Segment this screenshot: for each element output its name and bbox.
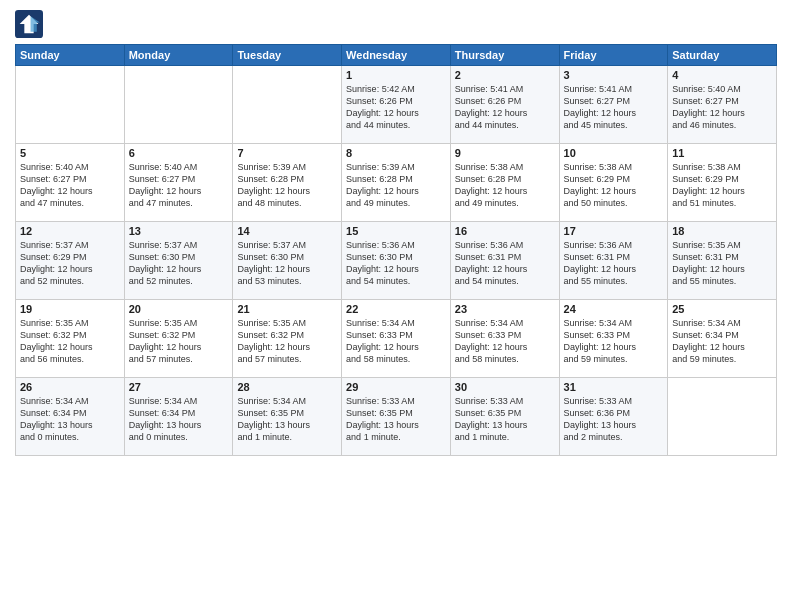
calendar-day-cell: 22Sunrise: 5:34 AM Sunset: 6:33 PM Dayli… [342, 300, 451, 378]
calendar-day-cell: 24Sunrise: 5:34 AM Sunset: 6:33 PM Dayli… [559, 300, 668, 378]
weekday-header-cell: Monday [124, 45, 233, 66]
day-info: Sunrise: 5:42 AM Sunset: 6:26 PM Dayligh… [346, 83, 446, 132]
calendar-day-cell [16, 66, 125, 144]
day-number: 26 [20, 381, 120, 393]
day-info: Sunrise: 5:34 AM Sunset: 6:35 PM Dayligh… [237, 395, 337, 444]
day-info: Sunrise: 5:35 AM Sunset: 6:32 PM Dayligh… [129, 317, 229, 366]
calendar-day-cell [233, 66, 342, 144]
day-number: 20 [129, 303, 229, 315]
calendar-day-cell: 6Sunrise: 5:40 AM Sunset: 6:27 PM Daylig… [124, 144, 233, 222]
calendar-day-cell: 21Sunrise: 5:35 AM Sunset: 6:32 PM Dayli… [233, 300, 342, 378]
day-info: Sunrise: 5:36 AM Sunset: 6:31 PM Dayligh… [455, 239, 555, 288]
calendar-week-row: 19Sunrise: 5:35 AM Sunset: 6:32 PM Dayli… [16, 300, 777, 378]
day-number: 12 [20, 225, 120, 237]
calendar-day-cell: 20Sunrise: 5:35 AM Sunset: 6:32 PM Dayli… [124, 300, 233, 378]
day-number: 14 [237, 225, 337, 237]
day-info: Sunrise: 5:40 AM Sunset: 6:27 PM Dayligh… [20, 161, 120, 210]
day-number: 31 [564, 381, 664, 393]
day-info: Sunrise: 5:34 AM Sunset: 6:33 PM Dayligh… [455, 317, 555, 366]
calendar-page: SundayMondayTuesdayWednesdayThursdayFrid… [0, 0, 792, 612]
day-number: 11 [672, 147, 772, 159]
day-info: Sunrise: 5:34 AM Sunset: 6:34 PM Dayligh… [20, 395, 120, 444]
day-info: Sunrise: 5:37 AM Sunset: 6:29 PM Dayligh… [20, 239, 120, 288]
day-info: Sunrise: 5:39 AM Sunset: 6:28 PM Dayligh… [346, 161, 446, 210]
day-info: Sunrise: 5:38 AM Sunset: 6:29 PM Dayligh… [672, 161, 772, 210]
calendar-day-cell: 23Sunrise: 5:34 AM Sunset: 6:33 PM Dayli… [450, 300, 559, 378]
calendar-day-cell: 15Sunrise: 5:36 AM Sunset: 6:30 PM Dayli… [342, 222, 451, 300]
calendar-week-row: 26Sunrise: 5:34 AM Sunset: 6:34 PM Dayli… [16, 378, 777, 456]
calendar-day-cell: 19Sunrise: 5:35 AM Sunset: 6:32 PM Dayli… [16, 300, 125, 378]
day-info: Sunrise: 5:35 AM Sunset: 6:32 PM Dayligh… [237, 317, 337, 366]
day-info: Sunrise: 5:33 AM Sunset: 6:35 PM Dayligh… [346, 395, 446, 444]
calendar-day-cell: 28Sunrise: 5:34 AM Sunset: 6:35 PM Dayli… [233, 378, 342, 456]
day-number: 10 [564, 147, 664, 159]
day-info: Sunrise: 5:38 AM Sunset: 6:28 PM Dayligh… [455, 161, 555, 210]
day-info: Sunrise: 5:33 AM Sunset: 6:36 PM Dayligh… [564, 395, 664, 444]
day-info: Sunrise: 5:40 AM Sunset: 6:27 PM Dayligh… [672, 83, 772, 132]
calendar-week-row: 12Sunrise: 5:37 AM Sunset: 6:29 PM Dayli… [16, 222, 777, 300]
calendar-day-cell: 26Sunrise: 5:34 AM Sunset: 6:34 PM Dayli… [16, 378, 125, 456]
day-number: 1 [346, 69, 446, 81]
weekday-header-cell: Wednesday [342, 45, 451, 66]
calendar-day-cell: 30Sunrise: 5:33 AM Sunset: 6:35 PM Dayli… [450, 378, 559, 456]
day-info: Sunrise: 5:36 AM Sunset: 6:31 PM Dayligh… [564, 239, 664, 288]
logo-icon [15, 10, 43, 38]
weekday-header-row: SundayMondayTuesdayWednesdayThursdayFrid… [16, 45, 777, 66]
weekday-header-cell: Sunday [16, 45, 125, 66]
calendar-day-cell: 13Sunrise: 5:37 AM Sunset: 6:30 PM Dayli… [124, 222, 233, 300]
day-info: Sunrise: 5:38 AM Sunset: 6:29 PM Dayligh… [564, 161, 664, 210]
calendar-day-cell [124, 66, 233, 144]
day-number: 18 [672, 225, 772, 237]
day-info: Sunrise: 5:33 AM Sunset: 6:35 PM Dayligh… [455, 395, 555, 444]
day-number: 19 [20, 303, 120, 315]
day-number: 28 [237, 381, 337, 393]
day-number: 17 [564, 225, 664, 237]
weekday-header-cell: Tuesday [233, 45, 342, 66]
calendar-day-cell: 2Sunrise: 5:41 AM Sunset: 6:26 PM Daylig… [450, 66, 559, 144]
day-info: Sunrise: 5:41 AM Sunset: 6:26 PM Dayligh… [455, 83, 555, 132]
day-number: 24 [564, 303, 664, 315]
day-number: 8 [346, 147, 446, 159]
day-number: 4 [672, 69, 772, 81]
calendar-day-cell: 3Sunrise: 5:41 AM Sunset: 6:27 PM Daylig… [559, 66, 668, 144]
calendar-day-cell: 27Sunrise: 5:34 AM Sunset: 6:34 PM Dayli… [124, 378, 233, 456]
day-info: Sunrise: 5:39 AM Sunset: 6:28 PM Dayligh… [237, 161, 337, 210]
calendar-day-cell: 4Sunrise: 5:40 AM Sunset: 6:27 PM Daylig… [668, 66, 777, 144]
calendar-day-cell: 14Sunrise: 5:37 AM Sunset: 6:30 PM Dayli… [233, 222, 342, 300]
calendar-day-cell: 9Sunrise: 5:38 AM Sunset: 6:28 PM Daylig… [450, 144, 559, 222]
calendar-day-cell: 29Sunrise: 5:33 AM Sunset: 6:35 PM Dayli… [342, 378, 451, 456]
day-number: 25 [672, 303, 772, 315]
day-info: Sunrise: 5:34 AM Sunset: 6:34 PM Dayligh… [672, 317, 772, 366]
header [15, 10, 777, 38]
calendar-day-cell: 11Sunrise: 5:38 AM Sunset: 6:29 PM Dayli… [668, 144, 777, 222]
calendar-day-cell: 1Sunrise: 5:42 AM Sunset: 6:26 PM Daylig… [342, 66, 451, 144]
day-number: 15 [346, 225, 446, 237]
weekday-header-cell: Thursday [450, 45, 559, 66]
day-number: 27 [129, 381, 229, 393]
day-number: 30 [455, 381, 555, 393]
calendar-day-cell: 12Sunrise: 5:37 AM Sunset: 6:29 PM Dayli… [16, 222, 125, 300]
day-number: 29 [346, 381, 446, 393]
weekday-header-cell: Saturday [668, 45, 777, 66]
calendar-day-cell: 25Sunrise: 5:34 AM Sunset: 6:34 PM Dayli… [668, 300, 777, 378]
day-info: Sunrise: 5:35 AM Sunset: 6:31 PM Dayligh… [672, 239, 772, 288]
day-info: Sunrise: 5:41 AM Sunset: 6:27 PM Dayligh… [564, 83, 664, 132]
day-number: 6 [129, 147, 229, 159]
calendar-day-cell: 17Sunrise: 5:36 AM Sunset: 6:31 PM Dayli… [559, 222, 668, 300]
day-info: Sunrise: 5:37 AM Sunset: 6:30 PM Dayligh… [129, 239, 229, 288]
day-number: 21 [237, 303, 337, 315]
day-info: Sunrise: 5:36 AM Sunset: 6:30 PM Dayligh… [346, 239, 446, 288]
calendar-table: SundayMondayTuesdayWednesdayThursdayFrid… [15, 44, 777, 456]
day-info: Sunrise: 5:35 AM Sunset: 6:32 PM Dayligh… [20, 317, 120, 366]
calendar-day-cell: 5Sunrise: 5:40 AM Sunset: 6:27 PM Daylig… [16, 144, 125, 222]
calendar-body: 1Sunrise: 5:42 AM Sunset: 6:26 PM Daylig… [16, 66, 777, 456]
day-info: Sunrise: 5:34 AM Sunset: 6:33 PM Dayligh… [346, 317, 446, 366]
day-number: 2 [455, 69, 555, 81]
day-info: Sunrise: 5:34 AM Sunset: 6:34 PM Dayligh… [129, 395, 229, 444]
calendar-week-row: 1Sunrise: 5:42 AM Sunset: 6:26 PM Daylig… [16, 66, 777, 144]
calendar-day-cell: 31Sunrise: 5:33 AM Sunset: 6:36 PM Dayli… [559, 378, 668, 456]
day-number: 16 [455, 225, 555, 237]
calendar-day-cell: 10Sunrise: 5:38 AM Sunset: 6:29 PM Dayli… [559, 144, 668, 222]
day-number: 22 [346, 303, 446, 315]
day-number: 13 [129, 225, 229, 237]
